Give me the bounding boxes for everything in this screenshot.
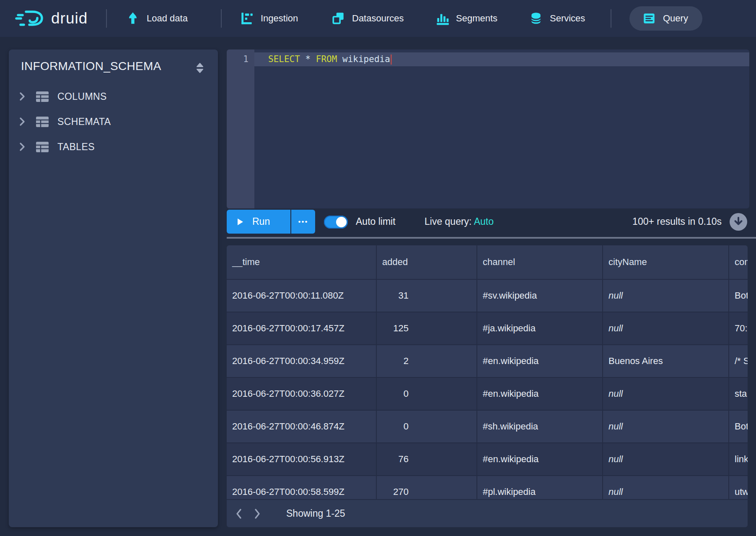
nav-query[interactable]: Query: [629, 6, 702, 31]
druid-logo-icon: [15, 9, 45, 28]
cell-time[interactable]: 2016-06-27T00:00:11.080Z: [227, 280, 377, 312]
nav-item-label: Load data: [147, 13, 188, 24]
nav-datasources[interactable]: Datasources: [331, 0, 404, 37]
sort-icon[interactable]: [195, 62, 205, 74]
nav-item-label: Services: [550, 13, 585, 24]
editor-gutter: [227, 49, 254, 208]
line-number: 1: [227, 52, 249, 66]
next-page-button[interactable]: [251, 505, 264, 522]
cell-time[interactable]: 2016-06-27T00:00:17.457Z: [227, 312, 377, 345]
chevron-right-icon[interactable]: [19, 117, 27, 126]
auto-limit-label: Auto limit: [356, 216, 396, 227]
tree-item-label: SCHEMATA: [57, 116, 111, 127]
column-header-cityname[interactable]: cityName: [603, 245, 729, 280]
chevron-right-icon[interactable]: [19, 92, 27, 101]
nav-services[interactable]: Services: [529, 0, 585, 37]
ingestion-icon: [240, 11, 254, 26]
play-icon: [238, 219, 243, 225]
query-results: __time added channel cityName comment 20…: [227, 245, 748, 527]
sql-editor[interactable]: 1 SELECT * FROM wikipedia: [227, 49, 749, 208]
cell-time[interactable]: 2016-06-27T00:00:56.913Z: [227, 443, 377, 476]
cell-channel[interactable]: #sv.wikipedia: [477, 280, 603, 312]
query-toolbar: Run ••• Auto limit Live query: Auto 100+…: [227, 208, 756, 237]
column-header-comment[interactable]: comment: [729, 245, 748, 280]
column-header-channel[interactable]: channel: [477, 245, 603, 280]
nav-segments[interactable]: Segments: [435, 0, 497, 37]
cell-cityname[interactable]: null: [603, 443, 729, 476]
cell-added[interactable]: 2: [377, 345, 477, 378]
sql-code-line[interactable]: SELECT * FROM wikipedia: [268, 52, 392, 66]
cell-channel[interactable]: #en.wikipedia: [477, 443, 603, 476]
tree-item-columns[interactable]: COLUMNS: [9, 87, 218, 106]
cell-added[interactable]: 0: [377, 378, 477, 411]
live-query-value[interactable]: Auto: [474, 216, 494, 227]
download-icon: [729, 213, 748, 231]
previous-page-button[interactable]: [233, 505, 245, 522]
cell-comment[interactable]: sta: [729, 378, 748, 411]
table-icon: [36, 116, 49, 127]
nav-load-data[interactable]: Load data: [126, 0, 188, 37]
cell-channel[interactable]: #en.wikipedia: [477, 345, 603, 378]
download-results-button[interactable]: [729, 213, 748, 231]
cell-comment[interactable]: Bot: [729, 411, 748, 443]
schema-title[interactable]: INFORMATION_SCHEMA: [21, 60, 161, 73]
cell-channel[interactable]: #sh.wikipedia: [477, 411, 603, 443]
cell-cityname[interactable]: null: [603, 411, 729, 443]
text-cursor: [391, 55, 392, 65]
cell-comment[interactable]: /* S: [729, 345, 748, 378]
tree-item-label: TABLES: [57, 141, 95, 153]
cell-added[interactable]: 0: [377, 411, 477, 443]
nav-ingestion[interactable]: Ingestion: [240, 0, 298, 37]
nav-item-label: Ingestion: [261, 13, 298, 24]
top-nav: druid Load data Ingestion Datasources: [0, 0, 756, 37]
segments-icon: [435, 11, 449, 26]
sql-text: wikipedia: [337, 54, 390, 64]
run-button[interactable]: Run: [227, 210, 290, 234]
brand-text: druid: [51, 10, 88, 27]
resize-splitter[interactable]: [227, 237, 756, 239]
chevron-right-icon[interactable]: [19, 142, 27, 151]
cell-time[interactable]: 2016-06-27T00:00:34.959Z: [227, 345, 377, 378]
cell-time[interactable]: 2016-06-27T00:00:36.027Z: [227, 378, 377, 411]
nav-item-label: Segments: [456, 13, 497, 24]
cell-comment[interactable]: link: [729, 443, 748, 476]
results-summary: 100+ results in 0.10s: [632, 216, 722, 227]
query-icon: [642, 11, 656, 26]
column-header-added[interactable]: added: [377, 245, 477, 280]
auto-limit-toggle[interactable]: [324, 216, 348, 229]
schema-panel: INFORMATION_SCHEMA COLUMNS: [9, 49, 218, 527]
toggle-knob: [336, 217, 347, 227]
cell-channel[interactable]: #en.wikipedia: [477, 378, 603, 411]
cell-cityname[interactable]: null: [603, 312, 729, 345]
sql-keyword: SELECT: [268, 54, 300, 64]
cell-cityname[interactable]: null: [603, 280, 729, 312]
tree-item-schemata[interactable]: SCHEMATA: [9, 112, 218, 131]
cell-added[interactable]: 76: [377, 443, 477, 476]
sql-keyword: FROM: [316, 54, 337, 64]
tree-item-tables[interactable]: TABLES: [9, 138, 218, 156]
nav-item-label: Query: [663, 13, 688, 24]
sql-text: *: [300, 54, 316, 64]
column-header-time[interactable]: __time: [227, 245, 377, 280]
showing-label[interactable]: Showing 1-25: [286, 508, 345, 519]
nav-divider: [106, 9, 107, 28]
cell-cityname[interactable]: null: [603, 378, 729, 411]
services-icon: [529, 11, 543, 26]
cell-added[interactable]: 125: [377, 312, 477, 345]
pagination-bar: Showing 1-25: [227, 499, 748, 527]
more-options-button[interactable]: •••: [291, 210, 315, 234]
cell-cityname[interactable]: Buenos Aires: [603, 345, 729, 378]
live-query-label: Live query:: [425, 216, 472, 227]
cell-comment[interactable]: 70:: [729, 312, 748, 345]
run-label: Run: [252, 216, 270, 227]
live-query: Live query: Auto: [425, 216, 494, 227]
druid-logo[interactable]: druid: [15, 0, 88, 37]
nav-divider: [221, 9, 222, 28]
cell-comment[interactable]: Bot: [729, 280, 748, 312]
cell-time[interactable]: 2016-06-27T00:00:46.874Z: [227, 411, 377, 443]
results-table: __time added channel cityName comment 20…: [227, 245, 748, 509]
cell-channel[interactable]: #ja.wikipedia: [477, 312, 603, 345]
chevron-left-icon: [235, 508, 243, 519]
chevron-right-icon: [254, 508, 261, 519]
cell-added[interactable]: 31: [377, 280, 477, 312]
